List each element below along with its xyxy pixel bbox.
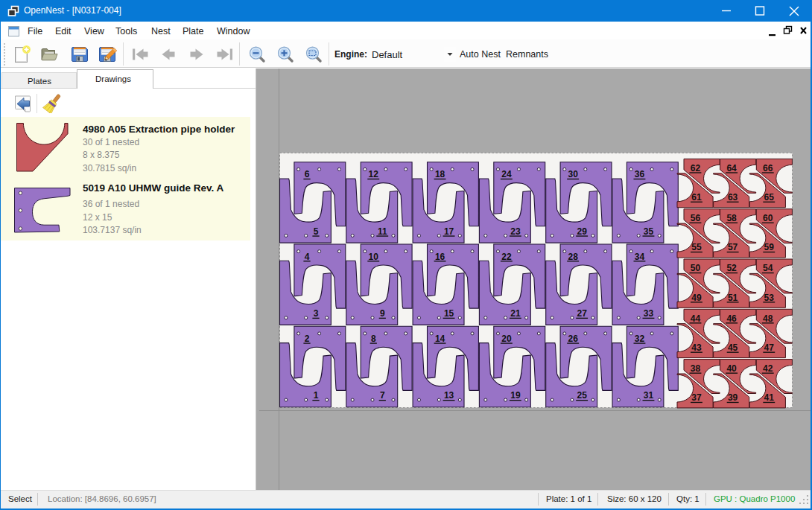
svg-text:57: 57 xyxy=(728,242,738,252)
svg-text:36: 36 xyxy=(635,169,645,179)
svg-text:14: 14 xyxy=(435,334,445,344)
svg-text:4: 4 xyxy=(305,252,310,262)
svg-text:51: 51 xyxy=(728,293,738,303)
svg-text:52: 52 xyxy=(726,263,737,273)
svg-text:38: 38 xyxy=(691,363,701,374)
svg-text:48: 48 xyxy=(763,313,773,324)
svg-text:19: 19 xyxy=(510,390,521,401)
svg-text:65: 65 xyxy=(764,192,775,203)
svg-text:59: 59 xyxy=(764,242,775,252)
svg-text:12: 12 xyxy=(369,169,379,179)
svg-text:20: 20 xyxy=(501,334,512,344)
svg-text:22: 22 xyxy=(501,252,512,262)
svg-text:1: 1 xyxy=(314,390,319,401)
svg-text:6: 6 xyxy=(305,169,310,179)
svg-text:2: 2 xyxy=(305,334,310,344)
svg-text:63: 63 xyxy=(728,192,738,203)
svg-text:64: 64 xyxy=(726,163,737,173)
svg-text:32: 32 xyxy=(635,334,645,344)
svg-text:44: 44 xyxy=(691,313,701,324)
svg-text:37: 37 xyxy=(691,392,702,403)
svg-text:5: 5 xyxy=(314,226,319,237)
svg-text:13: 13 xyxy=(444,390,454,401)
svg-text:21: 21 xyxy=(510,308,521,319)
svg-text:50: 50 xyxy=(691,263,701,273)
svg-text:25: 25 xyxy=(577,390,588,401)
svg-text:8: 8 xyxy=(371,334,376,344)
svg-text:28: 28 xyxy=(568,252,579,262)
svg-text:56: 56 xyxy=(691,213,701,223)
svg-text:58: 58 xyxy=(726,213,737,223)
svg-text:15: 15 xyxy=(444,308,454,319)
svg-text:49: 49 xyxy=(691,293,702,303)
svg-text:26: 26 xyxy=(568,334,579,344)
svg-text:7: 7 xyxy=(380,390,385,401)
svg-text:66: 66 xyxy=(763,163,773,173)
svg-text:11: 11 xyxy=(378,226,387,237)
svg-text:61: 61 xyxy=(691,192,702,203)
svg-text:43: 43 xyxy=(691,342,702,353)
svg-text:47: 47 xyxy=(764,342,775,353)
svg-text:55: 55 xyxy=(691,242,702,252)
svg-text:35: 35 xyxy=(644,226,654,237)
svg-text:39: 39 xyxy=(728,392,738,403)
svg-text:33: 33 xyxy=(644,308,654,319)
svg-text:10: 10 xyxy=(369,252,379,262)
svg-text:40: 40 xyxy=(726,363,737,374)
svg-text:46: 46 xyxy=(726,313,737,324)
svg-text:60: 60 xyxy=(763,213,773,223)
svg-text:3: 3 xyxy=(314,308,319,319)
svg-text:45: 45 xyxy=(728,342,738,353)
svg-text:29: 29 xyxy=(577,226,588,237)
svg-text:30: 30 xyxy=(568,169,579,179)
svg-text:41: 41 xyxy=(764,392,775,403)
svg-text:54: 54 xyxy=(763,263,773,273)
svg-text:34: 34 xyxy=(635,252,645,262)
svg-text:18: 18 xyxy=(435,169,445,179)
svg-text:17: 17 xyxy=(444,226,454,237)
svg-text:16: 16 xyxy=(435,252,445,262)
svg-text:42: 42 xyxy=(763,363,773,374)
svg-text:23: 23 xyxy=(510,226,521,237)
svg-text:24: 24 xyxy=(501,169,512,179)
svg-text:31: 31 xyxy=(644,390,654,401)
svg-text:62: 62 xyxy=(691,163,701,173)
svg-text:27: 27 xyxy=(577,308,588,319)
svg-text:53: 53 xyxy=(764,293,775,303)
svg-text:9: 9 xyxy=(380,308,385,319)
